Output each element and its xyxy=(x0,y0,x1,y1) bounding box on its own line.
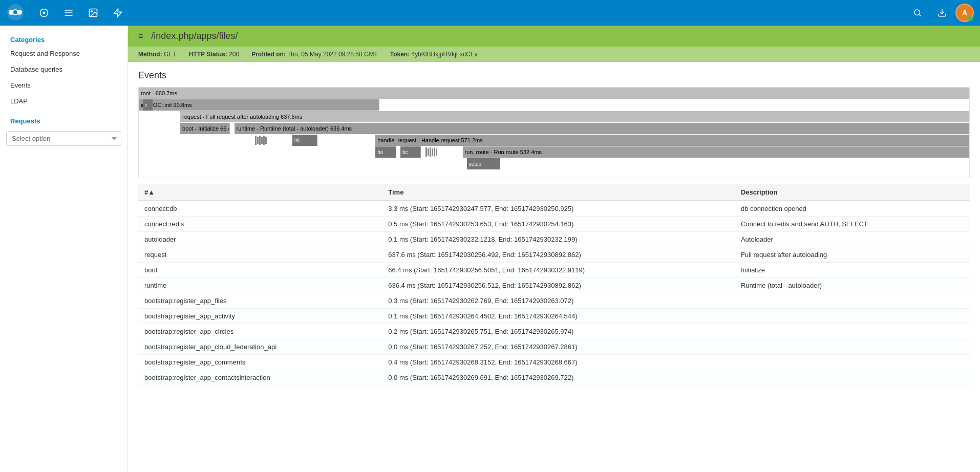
table-row: bootstrap:register_app_contactsinteracti… xyxy=(138,370,970,385)
files-nav-icon[interactable] xyxy=(57,2,80,24)
flame-bar-request[interactable]: request - Full request after autoloading… xyxy=(180,111,969,122)
cell-time: 0.4 ms (Start: 1651742930268.3152, End: … xyxy=(382,355,735,370)
events-title: Events xyxy=(138,70,970,81)
nav-icons xyxy=(33,2,129,24)
top-navigation: A xyxy=(0,0,980,26)
page-path: /index.php/apps/files/ xyxy=(151,31,238,41)
cell-id: bootstrap:register_app_activity xyxy=(138,309,382,324)
cell-time: 0.0 ms (Start: 1651742930267.252, End: 1… xyxy=(382,339,735,355)
svg-point-7 xyxy=(91,11,93,12)
status-dot xyxy=(968,16,973,21)
cell-description: Initialize xyxy=(735,263,970,278)
events-table: #▲ Time Description connect:db 3.3 ms (S… xyxy=(138,184,970,385)
table-row: bootstrap:register_app_activity 0.1 ms (… xyxy=(138,309,970,324)
cell-time: 0.2 ms (Start: 1651742930265.751, End: 1… xyxy=(382,324,735,339)
table-row: boot 66.4 ms (Start: 1651742930256.5051,… xyxy=(138,263,970,278)
table-row: bootstrap:register_app_cloud_federation_… xyxy=(138,339,970,355)
cell-time: 636.4 ms (Start: 1651742930256.512, End:… xyxy=(382,278,735,293)
sidebar: Categories Request and Response Database… xyxy=(0,26,128,472)
sidebar-item-events[interactable]: Events xyxy=(0,77,127,93)
table-row: autoloader 0.1 ms (Start: 1651742930232.… xyxy=(138,232,970,247)
cell-time: 637.6 ms (Start: 1651742930256.492, End:… xyxy=(382,247,735,263)
flame-bar-setup[interactable]: setup xyxy=(467,158,500,169)
hamburger-icon[interactable]: ≡ xyxy=(138,32,143,41)
avatar-wrap[interactable]: A xyxy=(955,4,974,22)
flame-chart-container: root - 660.7ms init - OC::init 90.8ms c … xyxy=(138,87,970,178)
cell-time: 0.0 ms (Start: 1651742930269.691, End: 1… xyxy=(382,370,735,385)
cell-id: bootstrap:register_app_circles xyxy=(138,324,382,339)
dashboard-nav-icon[interactable] xyxy=(33,2,55,24)
token-label: Token: 4yhKlBHkjpHVkjFxcCEv xyxy=(390,51,478,58)
sidebar-item-ldap[interactable]: LDAP xyxy=(0,93,127,109)
cell-description xyxy=(735,370,970,385)
photos-nav-icon[interactable] xyxy=(82,2,104,24)
cell-description: Runtime (total - autoloader) xyxy=(735,278,970,293)
events-section: Events xyxy=(128,62,980,87)
cell-description: db connection opened xyxy=(735,201,970,217)
flame-bar-ini[interactable]: ini xyxy=(292,135,317,146)
profile-bar: Method: GET HTTP Status: 200 Profiled on… xyxy=(128,47,980,62)
cell-description xyxy=(735,293,970,309)
svg-line-9 xyxy=(919,14,921,16)
content-header: ≡ /index.php/apps/files/ xyxy=(128,26,980,47)
table-row: connect:db 3.3 ms (Start: 1651742930247.… xyxy=(138,201,970,217)
flame-bar-handle-request[interactable]: handle_request - Handle request 571.2ms xyxy=(375,135,969,146)
cell-time: 0.5 ms (Start: 1651742930253.653, End: 1… xyxy=(382,217,735,232)
table-row: connect:redis 0.5 ms (Start: 16517429302… xyxy=(138,217,970,232)
cell-description: Autoloader xyxy=(735,232,970,247)
cell-id: connect:redis xyxy=(138,217,382,232)
col-time[interactable]: Time xyxy=(382,184,735,201)
table-row: request 637.6 ms (Start: 1651742930256.4… xyxy=(138,247,970,263)
cell-id: connect:db xyxy=(138,201,382,217)
method-label: Method: GET xyxy=(138,51,177,58)
cell-id: bootstrap:register_app_contactsinteracti… xyxy=(138,370,382,385)
svg-point-5 xyxy=(43,12,46,14)
sidebar-item-database-queries[interactable]: Database queries xyxy=(0,61,127,77)
nav-right: A xyxy=(906,2,974,24)
flame-chart: root - 660.7ms init - OC::init 90.8ms c … xyxy=(139,88,969,178)
flame-bar-bc[interactable]: bc xyxy=(400,146,421,158)
cell-description: Connect to redis and send AUTH, SELECT xyxy=(735,217,970,232)
content-area: ≡ /index.php/apps/files/ Method: GET HTT… xyxy=(128,26,980,472)
cell-time: 0.1 ms (Start: 1651742930264.4502, End: … xyxy=(382,309,735,324)
sidebar-item-request-response[interactable]: Request and Response xyxy=(0,46,127,61)
cell-time: 0.1 ms (Start: 1651742930232.1218, End: … xyxy=(382,232,735,247)
events-table-wrap: #▲ Time Description connect:db 3.3 ms (S… xyxy=(138,184,970,385)
requests-select[interactable]: Select option xyxy=(6,131,121,146)
svg-point-8 xyxy=(914,10,920,15)
flame-bar-bo[interactable]: bo xyxy=(375,146,396,158)
col-description[interactable]: Description xyxy=(735,184,970,201)
search-nav-icon[interactable] xyxy=(906,2,929,24)
requests-section-title: Requests xyxy=(0,109,127,127)
flame-bar-root[interactable]: root - 660.7ms xyxy=(139,88,969,99)
main-layout: Categories Request and Response Database… xyxy=(0,26,980,472)
flame-bar-runtime[interactable]: runtime - Runtime (total - autoloader) 6… xyxy=(235,123,969,134)
activity-nav-icon[interactable] xyxy=(106,2,129,24)
categories-section-title: Categories xyxy=(0,32,127,46)
col-id[interactable]: #▲ xyxy=(138,184,382,201)
cell-id: bootstrap:register_app_comments xyxy=(138,355,382,370)
cell-id: bootstrap:register_app_files xyxy=(138,293,382,309)
cell-id: request xyxy=(138,247,382,263)
tick-group xyxy=(255,135,288,146)
svg-point-3 xyxy=(17,10,22,15)
cell-id: boot xyxy=(138,263,382,278)
app-logo[interactable] xyxy=(6,3,25,23)
table-header-row: #▲ Time Description xyxy=(138,184,970,201)
cell-id: bootstrap:register_app_cloud_federation_… xyxy=(138,339,382,355)
flame-bar-init[interactable]: init - OC::init 90.8ms xyxy=(139,99,379,111)
cell-description xyxy=(735,355,970,370)
cell-description xyxy=(735,324,970,339)
table-row: runtime 636.4 ms (Start: 1651742930256.5… xyxy=(138,278,970,293)
tick-group2 xyxy=(425,146,459,158)
flame-bar-boot[interactable]: boot - Initialize 66.4ms xyxy=(180,123,230,134)
flame-bar-c[interactable]: c xyxy=(143,99,153,111)
profiled-label: Profiled on: Thu, 05 May 2022 09:28:50 G… xyxy=(251,51,378,58)
download-nav-icon[interactable] xyxy=(931,2,953,24)
cell-id: runtime xyxy=(138,278,382,293)
cell-description xyxy=(735,339,970,355)
flame-bar-run-route[interactable]: run_route - Run route 532.4ms xyxy=(463,146,969,158)
cell-time: 0.3 ms (Start: 1651742930262.769, End: 1… xyxy=(382,293,735,309)
table-row: bootstrap:register_app_circles 0.2 ms (S… xyxy=(138,324,970,339)
table-row: bootstrap:register_app_files 0.3 ms (Sta… xyxy=(138,293,970,309)
